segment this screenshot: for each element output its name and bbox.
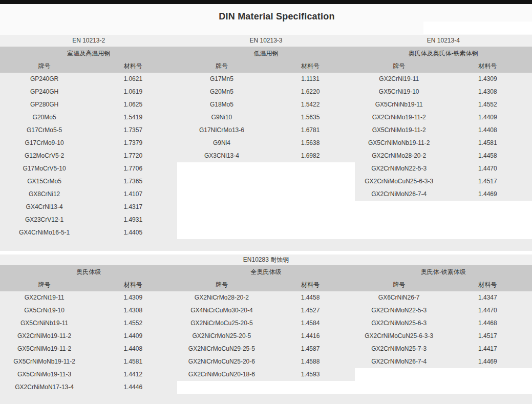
- subtable-subtitle: 室温及高温用钢: [0, 47, 177, 60]
- grade-cell: GX8CrNi12: [0, 188, 89, 201]
- grade-cell: GX2CrNiMoCuN25-6-3-3: [355, 175, 443, 188]
- column-header: 牌号: [355, 279, 443, 291]
- empty-cell: [443, 381, 532, 394]
- material-number-cell: 1.4517: [443, 175, 532, 188]
- section-gap: [0, 251, 532, 254]
- grade-cell: GX6CrNiN26-7: [355, 291, 443, 304]
- column-header: 材料号: [443, 60, 532, 73]
- grade-cell: GX5CrNiMoNb19-11-2: [355, 137, 443, 150]
- grade-cell: G17Mn5: [177, 73, 266, 86]
- grade-cell: GX23CrV12-1: [0, 214, 89, 226]
- empty-cell: [266, 214, 354, 226]
- empty-cell: [355, 226, 443, 239]
- material-number-cell: 1.4517: [443, 330, 532, 343]
- standard-label: EN 10213-4: [355, 35, 532, 47]
- material-number-cell: 1.5419: [89, 111, 177, 124]
- material-number-cell: 1.5635: [266, 111, 354, 124]
- table-row: GX15CrMo51.7365GX2CrNiMoCuN25-6-3-31.451…: [0, 175, 532, 188]
- grade-cell: GX2NiCrMoCuN29-25-5: [177, 343, 266, 355]
- grade-cell: GX2CrNiMoN22-5-3: [355, 162, 443, 175]
- material-number-cell: 1.4593: [266, 368, 354, 381]
- empty-cell: [266, 162, 354, 175]
- grade-cell: G18Mo5: [177, 98, 266, 111]
- material-number-cell: 1.7720: [89, 150, 177, 162]
- column-header: 材料号: [89, 279, 177, 291]
- empty-cell: [266, 175, 354, 188]
- table-row: GX5CrNi19-101.4308GX4NiCrCuMo30-20-41.45…: [0, 304, 532, 317]
- material-number-cell: 1.4408: [89, 343, 177, 355]
- grade-cell: GP240GR: [0, 73, 89, 86]
- grade-cell: G9Ni10: [177, 111, 266, 124]
- grade-cell: GX2CrNiMoN25-6-3: [355, 317, 443, 330]
- standard-band: EN10283 耐蚀钢: [0, 254, 532, 265]
- table-row: GX5CrNiNb19-111.4552GX2NiCrMoCu25-20-51.…: [0, 317, 532, 330]
- footer-spacer: [0, 239, 532, 251]
- empty-cell: [355, 214, 443, 226]
- empty-cell: [177, 226, 266, 239]
- grade-cell: G20Mn5: [177, 86, 266, 98]
- table-row: G17CrMo9-101.7379G9Ni41.5638GX5CrNiMoNb1…: [0, 137, 532, 150]
- page-header: DIN Material Specification: [0, 4, 532, 35]
- grade-cell: GX5CrNi19-10: [355, 86, 443, 98]
- section-2: EN10283 耐蚀钢奥氏体级全奥氏体级奥氏体-铁素体级牌号材料号牌号材料号牌号…: [0, 254, 532, 404]
- table-row: GX23CrV12-11.4931: [0, 214, 532, 226]
- subtable-subtitle: 奥氏体-铁素体级: [355, 265, 532, 279]
- material-number-cell: 1.4469: [443, 355, 532, 368]
- table-row: GX4CrNiMo16-5-11.4405: [0, 226, 532, 239]
- grade-cell: G9Ni4: [177, 137, 266, 150]
- column-header-band: 牌号材料号牌号材料号牌号材料号: [0, 279, 532, 291]
- table-row: GP240GH1.0619G20Mn51.6220GX5CrNi19-101.4…: [0, 86, 532, 98]
- column-header: 牌号: [0, 279, 89, 291]
- footer-spacer: [0, 394, 532, 404]
- grade-cell: GP240GH: [0, 86, 89, 98]
- material-number-cell: 1.4470: [443, 162, 532, 175]
- column-header: 牌号: [0, 60, 89, 73]
- material-number-cell: 1.6982: [266, 150, 354, 162]
- material-number-cell: 1.4107: [89, 188, 177, 201]
- material-number-cell: 1.4552: [89, 317, 177, 330]
- material-number-cell: 1.4584: [266, 317, 354, 330]
- column-header: 牌号: [355, 60, 443, 73]
- table-row: GX8CrNi121.4107GX2CrNiMoN26-7-41.4469: [0, 188, 532, 201]
- grade-cell: GX5CrNiMoNb19-11-2: [0, 355, 89, 368]
- subtable-subtitle: 低温用钢: [177, 47, 354, 60]
- grade-cell: G20Mo5: [0, 111, 89, 124]
- material-number-cell: 1.6220: [266, 86, 354, 98]
- grade-cell: GX2CrNiMoN25-7-3: [355, 343, 443, 355]
- table-row: GX5CrNiMo19-11-31.4412GX2CrNiMoCuN20-18-…: [0, 368, 532, 381]
- table-row: GX2CrNiMo19-11-21.4409GX2NiCrMoN25-20-51…: [0, 330, 532, 343]
- grade-cell: GX2CrNiMoN26-7-4: [355, 355, 443, 368]
- standard-band: EN 10213-2EN 10213-3EN 10213-4: [0, 35, 532, 47]
- material-number-cell: 1.4416: [266, 330, 354, 343]
- table-row: G17CrMo5-51.7357G17NICrMo13-61.6781GX5Cr…: [0, 124, 532, 137]
- table-row: GX2CrNi19-111.4309GX2NiCrMo28-20-21.4458…: [0, 291, 532, 304]
- grade-cell: GX5CrNiNb19-11: [355, 98, 443, 111]
- grade-cell: G12MoCrV5-2: [0, 150, 89, 162]
- material-number-cell: 1.4931: [89, 214, 177, 226]
- subtable-subtitle: 奥氏体及奥氏体-铁素体钢: [355, 47, 532, 60]
- material-number-cell: 1.5422: [266, 98, 354, 111]
- material-number-cell: 1.0619: [89, 86, 177, 98]
- standard-label: EN 10213-2: [0, 35, 177, 47]
- material-number-cell: 1.4469: [443, 188, 532, 201]
- material-number-cell: 1.7379: [89, 137, 177, 150]
- empty-cell: [177, 175, 266, 188]
- standard-label: EN 10213-3: [177, 35, 354, 47]
- grade-cell: GX4NiCrCuMo30-20-4: [177, 304, 266, 317]
- empty-cell: [355, 201, 443, 214]
- material-number-cell: 1.0625: [89, 98, 177, 111]
- material-number-cell: 1.4405: [89, 226, 177, 239]
- material-number-cell: 1.4308: [443, 86, 532, 98]
- grade-cell: GX2NiCrMo28-20-2: [177, 291, 266, 304]
- subtitle-band: 室温及高温用钢低温用钢奥氏体及奥氏体-铁素体钢: [0, 47, 532, 60]
- grade-cell: GX2NiCrMoCuN25-20-6: [177, 355, 266, 368]
- table-row: GP240GR1.0621G17Mn51.1131GX2CrNi19-111.4…: [0, 73, 532, 86]
- grade-cell: GX5CrNi19-10: [0, 304, 89, 317]
- material-number-cell: 1.4458: [266, 291, 354, 304]
- empty-cell: [266, 188, 354, 201]
- grade-cell: GX5CrNiMo19-11-2: [0, 343, 89, 355]
- column-header: 材料号: [266, 60, 354, 73]
- grade-cell: GX15CrMo5: [0, 175, 89, 188]
- table-row: GP280GH1.0625G18Mo51.5422GX5CrNiNb19-111…: [0, 98, 532, 111]
- section-footer-band: [0, 394, 532, 404]
